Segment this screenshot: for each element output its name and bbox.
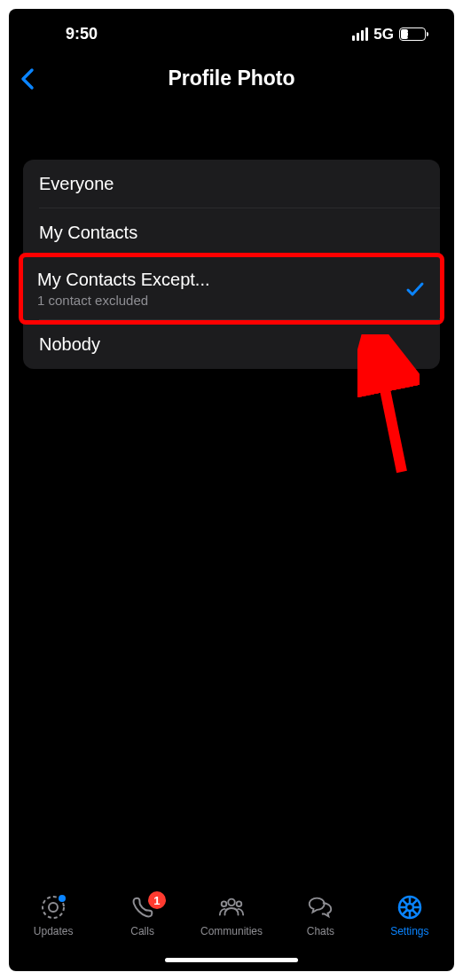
tab-updates[interactable]: Updates xyxy=(9,893,98,937)
nav-header: Profile Photo xyxy=(9,51,454,115)
back-button[interactable] xyxy=(20,67,35,91)
option-everyone[interactable]: Everyone xyxy=(23,160,440,208)
page-title: Profile Photo xyxy=(23,67,440,90)
status-time: 9:50 xyxy=(37,25,98,43)
svg-point-8 xyxy=(406,904,413,911)
svg-line-13 xyxy=(402,900,407,906)
option-label: Nobody xyxy=(39,334,100,355)
option-label: My Contacts xyxy=(39,223,137,243)
tab-settings[interactable]: Settings xyxy=(365,893,454,937)
chevron-left-icon xyxy=(20,67,35,91)
option-my-contacts[interactable]: My Contacts xyxy=(23,208,440,257)
option-label: Everyone xyxy=(39,174,114,194)
svg-point-5 xyxy=(222,901,227,906)
home-indicator[interactable] xyxy=(165,958,298,962)
tab-label: Settings xyxy=(390,925,428,937)
status-bar: 9:50 5G 32 xyxy=(9,9,454,51)
signal-icon xyxy=(352,27,368,41)
tab-label: Communities xyxy=(200,925,263,937)
svg-line-14 xyxy=(412,910,418,915)
svg-point-4 xyxy=(228,899,235,906)
calls-badge: 1 xyxy=(148,891,166,909)
tab-calls[interactable]: 1 Calls xyxy=(98,893,186,937)
tab-label: Calls xyxy=(130,925,154,937)
tab-communities[interactable]: Communities xyxy=(187,893,276,937)
tab-chats[interactable]: Chats xyxy=(276,893,365,937)
option-my-contacts-except[interactable]: My Contacts Except... 1 contact excluded xyxy=(19,253,444,325)
svg-line-16 xyxy=(402,910,407,915)
tab-label: Chats xyxy=(307,925,334,937)
svg-point-3 xyxy=(49,903,58,912)
battery-icon: 32 xyxy=(399,27,426,41)
checkmark-icon xyxy=(404,278,426,300)
chats-icon xyxy=(306,893,334,921)
status-indicators: 5G 32 xyxy=(352,26,426,43)
option-nobody[interactable]: Nobody xyxy=(23,320,440,369)
option-subtitle: 1 contact excluded xyxy=(37,293,210,308)
communities-icon xyxy=(217,893,246,921)
updates-icon xyxy=(39,893,67,921)
tab-label: Updates xyxy=(34,925,74,937)
option-label: My Contacts Except... xyxy=(37,270,210,290)
settings-icon xyxy=(396,893,424,921)
network-label: 5G xyxy=(373,26,394,43)
svg-point-6 xyxy=(237,901,242,906)
privacy-options-group: Everyone My Contacts My Contacts Except.… xyxy=(23,160,440,369)
svg-line-15 xyxy=(412,900,418,906)
